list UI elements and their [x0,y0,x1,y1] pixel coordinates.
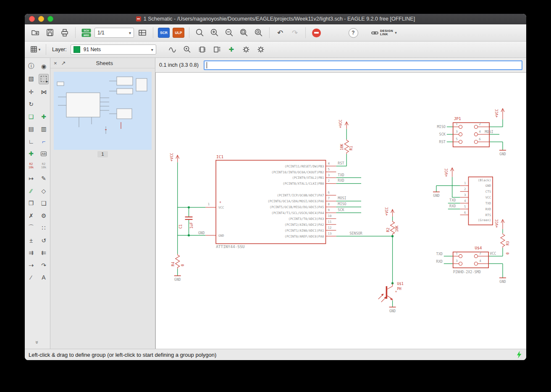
command-input[interactable] [204,60,522,70]
move-tool[interactable]: ✛ [26,87,36,97]
component-jp1[interactable]: JP1 1 2 3 4 5 6 MISO SCK [437,116,493,147]
frames-button[interactable] [136,26,149,39]
net-label-vcc-u4[interactable]: VCC [490,251,496,256]
net-label-txd-ftdi[interactable]: TXD [449,198,456,202]
run-ulp-button[interactable]: ULP [172,26,185,39]
display-tool[interactable]: ▧ [26,74,36,84]
save-button[interactable] [44,26,56,39]
gnd-symbol[interactable]: GND [389,307,396,313]
erc-errors-button[interactable] [210,43,223,56]
value-tool[interactable]: R210k [26,161,36,171]
net-label-rst-jp1[interactable]: RST [439,140,446,144]
net-label-sck-jp1[interactable]: SCK [439,132,446,136]
swap-tool[interactable]: ↷ [39,260,49,270]
stop-button[interactable] [310,26,323,39]
close-panel-button[interactable]: × [54,60,57,66]
net-label-sck[interactable]: SCK [338,208,344,212]
simulate-button[interactable] [166,43,179,56]
mirror-tool[interactable]: ⋈ [39,87,49,97]
run-script-button[interactable]: SCR [157,26,170,39]
gateswap-tool[interactable]: ▥ [39,124,49,134]
vcc-symbol[interactable]: +VCC [338,120,348,129]
junction-tool[interactable]: ✚ [26,149,36,159]
net-label-sensor[interactable]: SENSOR [349,231,362,235]
gnd-symbol[interactable]: GND [499,150,506,156]
attribute-tool[interactable]: ◇ [39,186,49,196]
vcc-symbol[interactable]: +VCC [170,153,179,162]
cut-tool[interactable]: ❐ [26,199,36,208]
net-label-mosi-jp1[interactable]: MOSI [485,130,493,134]
component-ic1[interactable]: IC1 ATTINY44-SSU 1 + VCC GND 4(PCINT11/R… [205,154,336,249]
sheet-1-thumbnail[interactable] [54,72,152,150]
vcc-symbol[interactable]: +VCC [385,207,394,217]
component-r3[interactable]: R3 0 [501,233,510,255]
zoom-select-button[interactable] [238,26,250,39]
sheet-number-badge[interactable]: 1 [97,151,108,157]
gnd-symbol[interactable]: GND [174,276,181,282]
change-tool[interactable]: ⚙ [39,211,49,220]
vcc-symbol[interactable]: +VCC [495,108,504,119]
settings-button[interactable] [240,43,252,56]
ripup-tool[interactable]: ⇢ [26,260,36,270]
pin-tool[interactable]: ↦ [26,174,36,183]
vcc-symbol[interactable]: +VCC [495,219,504,229]
switch-to-board-button[interactable]: SCH BRD [80,26,92,39]
add-module-button[interactable]: ✚ [225,43,238,56]
component-c1[interactable]: C1 1uF [178,217,194,229]
component-r1[interactable]: 10K R1 [340,139,353,154]
sheet-selector[interactable]: 1/1 ▾ [94,28,134,38]
net-label-miso-jp1[interactable]: MISO [437,125,445,129]
net-label-mosi[interactable]: MOSI [338,196,346,200]
copy-tool[interactable]: ❏ [26,112,36,121]
detach-panel-button[interactable]: ↗ [61,60,66,66]
design-link-button[interactable]: DESIGN LINK ▾ [371,26,397,39]
smash-tool[interactable]: R210k [39,161,49,171]
net-label-rst[interactable]: RST [338,161,344,165]
gnd-symbol[interactable]: GND [433,192,440,198]
net-tool[interactable]: ∕∕ [26,186,36,196]
add-part-tool[interactable]: ✚ [39,112,49,121]
print-button[interactable] [58,26,71,39]
zoom-redraw-button[interactable] [252,26,265,39]
show-object-button[interactable] [181,43,194,56]
schematic-canvas[interactable]: IC1 ATTINY44-SSU 1 + VCC GND 4(PCINT11/R… [155,72,526,349]
arc-tool[interactable]: ⌒ [26,223,36,233]
line-tool[interactable]: ∕ [26,273,36,282]
delete-tool[interactable]: ✗ [26,211,36,220]
open-file-button[interactable] [29,26,42,39]
palette-collapse-button[interactable]: » [25,339,50,345]
net-label-rxd-u4[interactable]: RXD [436,259,443,264]
redo-button[interactable]: ↷ [289,26,301,39]
zoom-window-button[interactable] [47,16,53,22]
vcc-symbol[interactable]: +VCC [444,168,454,177]
label-tool[interactable]: AB [39,149,49,159]
component-r4[interactable]: R4 0 [171,254,185,269]
wire-bend-left-tool[interactable]: ∟ [26,136,36,146]
merge-tool[interactable]: ⇇ [39,248,49,258]
split-tool[interactable]: ⇉ [26,248,36,258]
pattern-tool[interactable]: ∷ [39,223,49,233]
gnd-symbol[interactable]: GND [499,278,506,284]
zoom-in-button[interactable] [208,26,221,39]
help-button[interactable]: ? [347,26,359,39]
net-label-rxd[interactable]: RXD [338,178,344,183]
show-tool[interactable]: ◉ [39,61,49,71]
zoom-fit-button[interactable] [194,26,206,39]
component-r2[interactable]: R2 10K [386,221,399,235]
group-tool[interactable]: ➤ [39,74,49,84]
minimize-window-button[interactable] [38,16,44,22]
preferences-button[interactable] [255,43,267,56]
component-u1-phototransistor[interactable]: + U$1 PH [378,282,404,302]
grid-settings-button[interactable]: ▾ [29,43,42,56]
replace-tool[interactable]: ▤ [26,124,36,134]
layer-selector[interactable]: 91 Nets ▾ [71,44,156,55]
close-window-button[interactable] [29,16,35,22]
net-label-rxd-ftdi[interactable]: RXD [449,204,456,208]
component-ftdi-connector[interactable]: (Black) GND CTS VCC TXD RXD RTS (Green) [449,177,493,225]
text-tool[interactable]: A [39,273,49,282]
net-label-txd[interactable]: TXD [338,173,344,177]
erc-button[interactable] [196,43,208,56]
dimension-tool[interactable]: ± [26,235,36,245]
wire-bend-right-tool[interactable]: ⌐ [39,136,49,146]
component-u4[interactable]: U$4 PINHD-2X2-SMD 1 2 3 4 TXD RXD VCC [436,246,496,274]
